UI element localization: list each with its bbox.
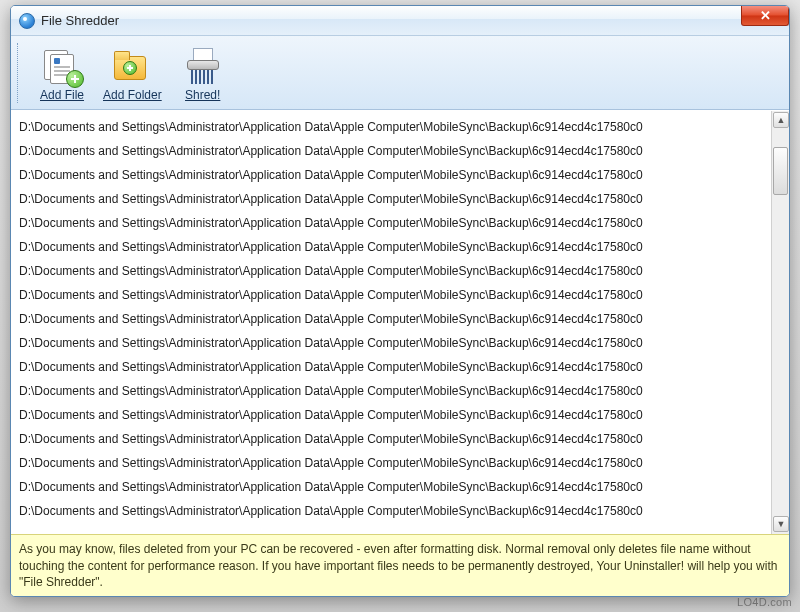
add-folder-label: Add Folder <box>103 88 162 102</box>
list-item[interactable]: D:\Documents and Settings\Administrator\… <box>15 331 771 355</box>
list-item[interactable]: D:\Documents and Settings\Administrator\… <box>15 139 771 163</box>
file-list-viewport[interactable]: D:\Documents and Settings\Administrator\… <box>11 111 771 534</box>
watermark: LO4D.com <box>737 596 792 608</box>
toolbar-grip <box>17 43 22 103</box>
window-title: File Shredder <box>41 13 119 28</box>
toolbar: Add File Add Folder Shred! <box>11 36 789 110</box>
list-item[interactable]: D:\Documents and Settings\Administrator\… <box>15 187 771 211</box>
list-item[interactable]: D:\Documents and Settings\Administrator\… <box>15 163 771 187</box>
app-window: File Shredder ✕ Add File Add Folder Shre… <box>10 5 790 597</box>
add-file-label: Add File <box>40 88 84 102</box>
vertical-scrollbar[interactable]: ▲ ▼ <box>771 111 789 534</box>
list-item[interactable]: D:\Documents and Settings\Administrator\… <box>15 235 771 259</box>
close-icon: ✕ <box>760 8 771 23</box>
list-item[interactable]: D:\Documents and Settings\Administrator\… <box>15 475 771 499</box>
add-folder-button[interactable]: Add Folder <box>98 40 167 106</box>
scroll-thumb[interactable] <box>773 147 788 195</box>
add-folder-icon <box>112 46 152 86</box>
list-item[interactable]: D:\Documents and Settings\Administrator\… <box>15 379 771 403</box>
list-item[interactable]: D:\Documents and Settings\Administrator\… <box>15 355 771 379</box>
shred-button[interactable]: Shred! <box>169 40 237 106</box>
add-file-button[interactable]: Add File <box>28 40 96 106</box>
list-item[interactable]: D:\Documents and Settings\Administrator\… <box>15 499 771 523</box>
list-item[interactable]: D:\Documents and Settings\Administrator\… <box>15 211 771 235</box>
app-icon <box>19 13 35 29</box>
close-button[interactable]: ✕ <box>741 6 789 26</box>
list-item[interactable]: D:\Documents and Settings\Administrator\… <box>15 259 771 283</box>
list-item[interactable]: D:\Documents and Settings\Administrator\… <box>15 403 771 427</box>
titlebar[interactable]: File Shredder ✕ <box>11 6 789 36</box>
window-controls: ✕ <box>742 6 789 28</box>
scroll-up-arrow-icon[interactable]: ▲ <box>773 112 789 128</box>
list-item[interactable]: D:\Documents and Settings\Administrator\… <box>15 307 771 331</box>
list-item[interactable]: D:\Documents and Settings\Administrator\… <box>15 451 771 475</box>
info-bar: As you may know, files deleted from your… <box>11 534 789 596</box>
shred-label: Shred! <box>185 88 220 102</box>
scroll-track[interactable] <box>773 129 788 516</box>
shredder-icon <box>183 46 223 86</box>
list-item[interactable]: D:\Documents and Settings\Administrator\… <box>15 283 771 307</box>
add-file-icon <box>42 46 82 86</box>
file-list: D:\Documents and Settings\Administrator\… <box>11 110 789 534</box>
list-item[interactable]: D:\Documents and Settings\Administrator\… <box>15 427 771 451</box>
scroll-down-arrow-icon[interactable]: ▼ <box>773 516 789 532</box>
list-item[interactable]: D:\Documents and Settings\Administrator\… <box>15 115 771 139</box>
info-text: As you may know, files deleted from your… <box>19 542 777 588</box>
